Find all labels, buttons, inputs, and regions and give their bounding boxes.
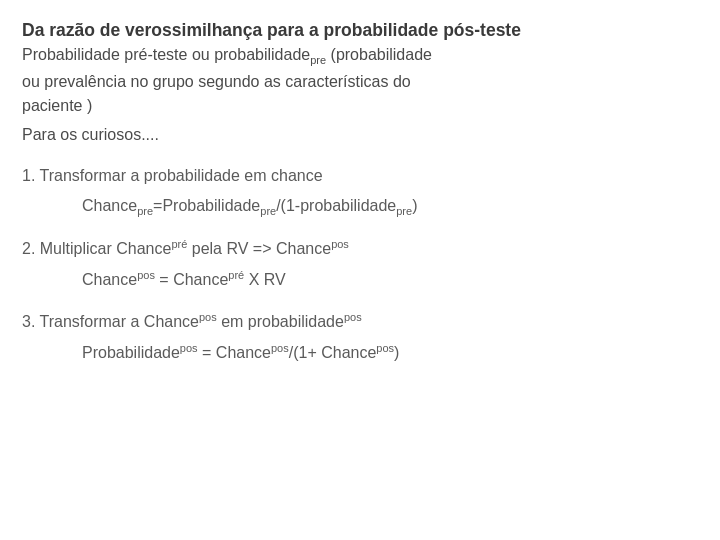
formula-2-text: Chancepos = Chancepré X RV xyxy=(82,271,286,288)
step-3-heading: 3. Transformar a Chancepos em probabilid… xyxy=(22,308,698,333)
step-1-heading-text: 1. Transformar a probabilidade em chance xyxy=(22,167,323,184)
main-content: Da razão de verossimilhança para a proba… xyxy=(22,18,698,373)
intro-line1-cont: (probabilidade xyxy=(326,46,432,63)
step-2-heading-text: 2. Multiplicar Chancepré pela RV => Chan… xyxy=(22,240,349,257)
step-1-formula: Chancepre=Probabilidadepre/(1-probabilid… xyxy=(82,194,698,220)
step-2-formula: Chancepos = Chancepré X RV xyxy=(82,267,698,292)
intro-sub-pre: pre xyxy=(310,55,326,67)
step-1-heading: 1. Transformar a probabilidade em chance xyxy=(22,164,698,188)
intro-block: Probabilidade pré-teste ou probabilidade… xyxy=(22,43,698,119)
curiosos-line: Para os curiosos.... xyxy=(22,123,698,148)
intro-line2: ou prevalência no grupo segundo as carac… xyxy=(22,73,411,90)
step-3: 3. Transformar a Chancepos em probabilid… xyxy=(22,308,698,365)
step-3-heading-text: 3. Transformar a Chancepos em probabilid… xyxy=(22,313,362,330)
step-1: 1. Transformar a probabilidade em chance… xyxy=(22,164,698,220)
step-2-heading: 2. Multiplicar Chancepré pela RV => Chan… xyxy=(22,236,698,261)
formula-3-text: Probabilidadepos = Chancepos/(1+ Chancep… xyxy=(82,344,399,361)
intro-line1: Probabilidade pré-teste ou probabilidade xyxy=(22,46,310,63)
title-text: Da razão de verossimilhança para a proba… xyxy=(22,20,521,40)
curiosos-text: Para os curiosos.... xyxy=(22,126,159,143)
step-2: 2. Multiplicar Chancepré pela RV => Chan… xyxy=(22,236,698,293)
step-3-formula: Probabilidadepos = Chancepos/(1+ Chancep… xyxy=(82,340,698,365)
page-title: Da razão de verossimilhança para a proba… xyxy=(22,18,698,43)
formula-1-text: Chancepre=Probabilidadepre/(1-probabilid… xyxy=(82,197,417,214)
intro-line3: paciente ) xyxy=(22,97,92,114)
